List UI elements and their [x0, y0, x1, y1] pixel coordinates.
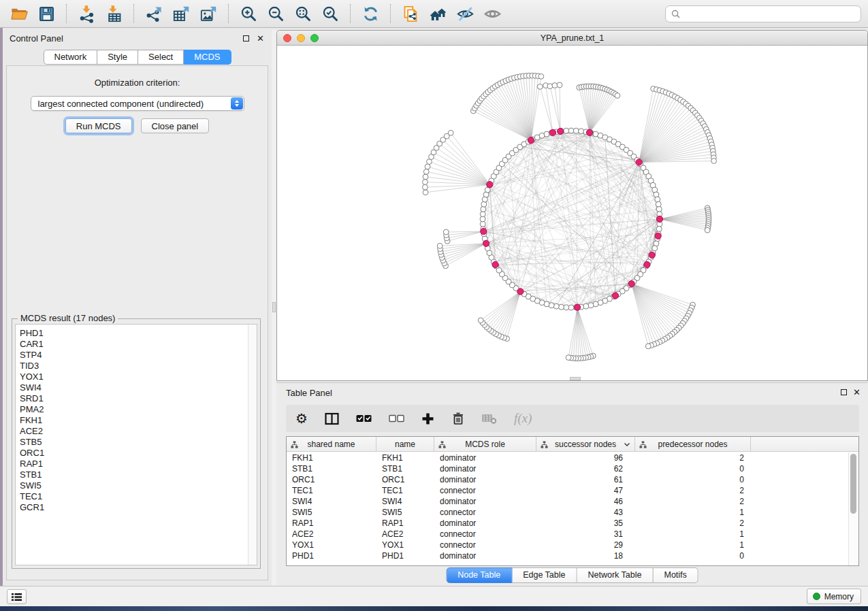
mcds-hub-node[interactable] [656, 216, 662, 222]
memory-button[interactable]: Memory [807, 589, 861, 604]
import-network-button[interactable] [74, 3, 99, 24]
leaf-node[interactable] [705, 227, 710, 233]
mcds-result-item[interactable]: ACE2 [20, 426, 257, 437]
mcds-result-item[interactable]: PMA2 [20, 404, 257, 415]
leaf-node[interactable] [423, 190, 428, 195]
function-builder-button[interactable]: f(x) [514, 411, 532, 426]
show-panel-list-button[interactable] [7, 589, 27, 604]
mcds-hub-node[interactable] [612, 293, 618, 299]
network-node[interactable] [564, 128, 569, 133]
table-row[interactable]: STB1STB1dominator620 [287, 463, 848, 474]
network-node[interactable] [655, 197, 660, 202]
mcds-hub-node[interactable] [549, 129, 556, 135]
tab-motifs[interactable]: Motifs [653, 567, 698, 583]
tab-mcds[interactable]: MCDS [184, 50, 231, 65]
close-table-panel-icon[interactable]: ✕ [853, 388, 861, 397]
search-box[interactable] [665, 5, 861, 22]
import-table-button[interactable] [101, 3, 126, 24]
leaf-node[interactable] [423, 184, 428, 190]
deselect-all-rows-button[interactable] [389, 413, 404, 424]
mcds-result-item[interactable]: RAP1 [20, 459, 257, 469]
leaf-node[interactable] [423, 174, 428, 180]
leaf-node[interactable] [547, 84, 553, 89]
close-mcds-panel-button[interactable]: Close panel [141, 118, 210, 133]
float-panel-icon[interactable] [243, 35, 249, 42]
mcds-hub-node[interactable] [574, 304, 580, 310]
mcds-result-item[interactable]: SWI4 [20, 382, 257, 393]
run-mcds-button[interactable]: Run MCDS [65, 118, 132, 133]
mcds-hub-node[interactable] [644, 261, 650, 267]
table-row[interactable]: SWI4SWI4dominator462 [287, 496, 848, 507]
leaf-node[interactable] [557, 82, 562, 88]
mcds-hub-node[interactable] [517, 288, 524, 295]
criterion-dropdown[interactable]: largest connected component (undirected) [31, 96, 244, 111]
tab-edge-table[interactable]: Edge Table [512, 567, 577, 583]
export-network-button[interactable] [142, 3, 166, 24]
toggle-column-panel-button[interactable] [325, 412, 339, 425]
tab-node-table[interactable]: Node Table [446, 567, 512, 583]
window-close-icon[interactable] [283, 34, 291, 42]
mcds-hub-node[interactable] [492, 261, 498, 267]
mcds-result-item[interactable]: PHD1 [20, 328, 257, 339]
network-node[interactable] [481, 201, 487, 207]
show-all-button[interactable] [480, 3, 504, 24]
network-node[interactable] [553, 303, 559, 309]
first-neighbors-button[interactable] [425, 3, 450, 24]
mcds-result-item[interactable]: CAR1 [20, 339, 257, 350]
network-canvas[interactable] [277, 46, 867, 380]
leaf-node[interactable] [711, 159, 717, 164]
select-all-rows-button[interactable] [356, 413, 372, 424]
network-node[interactable] [558, 304, 564, 310]
table-row[interactable]: YOX1YOX1connector291 [287, 540, 848, 550]
leaf-node[interactable] [423, 169, 429, 174]
mcds-hub-node[interactable] [649, 252, 655, 258]
mcds-hub-node[interactable] [586, 129, 592, 135]
mcds-result-item[interactable]: SWI5 [20, 480, 257, 491]
zoom-selected-button[interactable] [318, 3, 342, 24]
delete-column-button[interactable] [451, 412, 465, 425]
column-header[interactable]: MCDS role [434, 437, 536, 451]
table-row[interactable]: RAP1RAP1dominator352 [287, 518, 848, 529]
mcds-result-item[interactable]: SRD1 [20, 393, 257, 404]
network-window-titlebar[interactable]: YPA_prune.txt_1 [277, 31, 867, 46]
network-node[interactable] [564, 305, 569, 310]
mcds-hub-node[interactable] [481, 228, 487, 234]
network-graph[interactable] [277, 46, 867, 380]
network-node[interactable] [583, 303, 589, 309]
tab-select[interactable]: Select [138, 50, 184, 65]
leaf-node[interactable] [425, 164, 430, 169]
mcds-hub-node[interactable] [628, 280, 634, 286]
zoom-in-button[interactable] [236, 3, 261, 24]
search-input[interactable] [684, 9, 855, 18]
delete-table-button[interactable] [482, 412, 497, 425]
list-scrollbar[interactable] [248, 325, 257, 565]
mcds-result-item[interactable]: ORC1 [20, 448, 257, 459]
mcds-hub-node[interactable] [483, 240, 489, 246]
network-node[interactable] [588, 303, 594, 308]
export-table-button[interactable] [169, 3, 193, 24]
duplicate-network-button[interactable] [398, 3, 423, 24]
float-table-panel-icon[interactable] [841, 389, 847, 395]
mcds-hub-node[interactable] [636, 159, 642, 165]
mcds-result-item[interactable]: TEC1 [20, 491, 257, 502]
leaf-node[interactable] [566, 355, 571, 361]
add-column-button[interactable] [421, 412, 434, 425]
tab-style[interactable]: Style [97, 50, 138, 65]
table-settings-button[interactable]: ⚙ [295, 412, 308, 425]
zoom-out-button[interactable] [263, 3, 288, 24]
column-header[interactable]: predecessor nodes [635, 437, 751, 451]
column-header[interactable]: successor nodes [536, 437, 635, 451]
horizontal-splitter-handle[interactable] [570, 377, 581, 380]
table-row[interactable]: PHD1PHD1dominator180 [287, 550, 848, 561]
leaf-node[interactable] [448, 130, 453, 135]
mcds-hub-node[interactable] [487, 182, 493, 188]
scrollbar-thumb[interactable] [850, 454, 856, 514]
leaf-node[interactable] [478, 318, 483, 323]
network-node[interactable] [481, 206, 486, 212]
network-node[interactable] [573, 128, 579, 133]
table-row[interactable]: TEC1TEC1connector472 [287, 485, 848, 496]
column-header[interactable]: name [376, 437, 434, 451]
leaf-node[interactable] [539, 73, 544, 79]
leaf-node[interactable] [615, 93, 620, 99]
network-node[interactable] [480, 212, 485, 217]
